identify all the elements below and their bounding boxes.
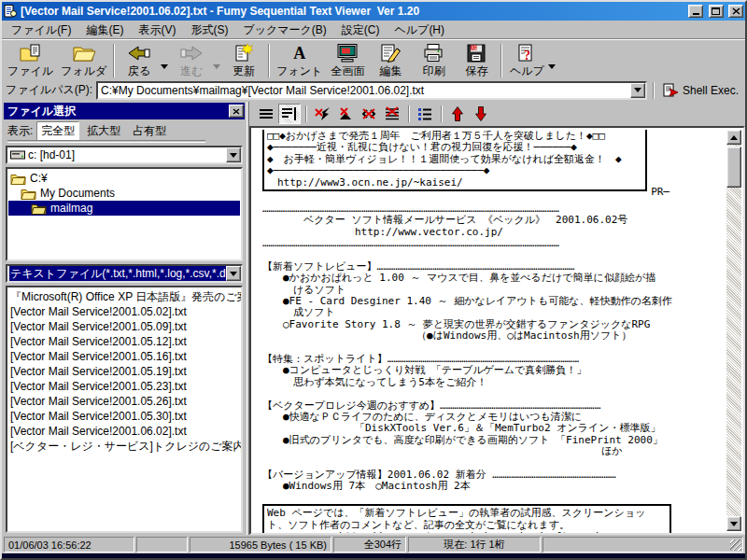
drive-dropdown-button[interactable] [226, 147, 241, 162]
bookmark-jump-icon[interactable] [311, 104, 333, 124]
file-list-item[interactable]: [Vector Mail Service!2001.06.02].txt [10, 424, 241, 439]
minimize-icon [693, 13, 699, 15]
menu-item[interactable]: 形式(S) [183, 21, 235, 40]
shell-exec-button[interactable]: Shell Exec. [660, 81, 741, 100]
line-number-list-icon[interactable] [414, 104, 436, 124]
file-list-item[interactable]: [Vector Mail Service!2001.05.19].txt [10, 364, 241, 379]
bookmark-all-clear-icon[interactable] [381, 104, 403, 124]
text-line: ほか [262, 446, 725, 457]
file-select-title: ファイル選択 [7, 104, 76, 119]
path-dropdown-button[interactable] [630, 83, 645, 98]
panel-close-button[interactable] [229, 105, 244, 118]
file-list-item[interactable]: [ベクター・レジ・サービス]トクレジのご案内.txt [10, 439, 241, 454]
maximize-button[interactable] [709, 5, 724, 18]
file-list-item[interactable]: 『Microsoft(R) Office XP 日本語版』発売のご案 [10, 289, 241, 304]
menu-item[interactable]: 表示(V) [131, 21, 183, 40]
toolbar-edit-button[interactable]: 編集 [369, 42, 412, 79]
folder-tree[interactable]: C:¥ My Documents mailmag [6, 167, 243, 261]
file-select-panel: ファイル選択 表示: 完全型 拡大型 占有型 c: [hd-01] C:¥ [2, 102, 247, 535]
menu-item[interactable]: 設定(C) [334, 21, 388, 40]
pr-label: PR─ [650, 187, 670, 198]
bottom-strip [2, 553, 745, 558]
pathbar-separator [653, 82, 655, 99]
file-list-item[interactable]: [Vector Mail Service!2001.05.02].txt [10, 304, 241, 319]
text-viewer[interactable]: □□◆おかげさまで発売１周年 ご利用者１万５千人を突破しました！◆□□◆────… [249, 126, 745, 535]
vertical-scrollbar[interactable] [726, 130, 741, 531]
toolbar-forward-button[interactable]: 進む [170, 42, 213, 79]
help-icon: ? [516, 43, 537, 63]
view-mode-full[interactable]: 完全型 [36, 121, 79, 141]
back-dropdown-arrow[interactable] [161, 64, 168, 73]
file-list-item[interactable]: [Vector Mail Service!2001.05.23].txt [10, 379, 241, 394]
text-line: ●かおかおぱれっと 1.00 ～ マウスで目、鼻を並べるだけで簡単に似顔絵が描 [262, 273, 725, 284]
close-icon [732, 7, 740, 15]
wrap-right-edge-icon[interactable] [278, 104, 301, 124]
forward-dropdown-arrow[interactable] [213, 64, 220, 73]
text-line: ◆───────近視・乱視に負けない！君の視力回復を応援！──────◆ [267, 142, 645, 153]
folder-row-my-documents[interactable]: My Documents [8, 186, 240, 201]
menu-item[interactable]: 編集(E) [78, 21, 131, 40]
next-bookmark-icon[interactable] [470, 104, 492, 124]
scroll-up-button[interactable] [726, 130, 741, 145]
view-mode-enlarged[interactable]: 拡大型 [82, 121, 125, 141]
file-filter-combo: テキストファイル(*.txt,*.html,*.log,*.csv,*.do [6, 264, 243, 283]
text-line: Web ページでは、「新着ソフトレビュー」の執筆者の試用感、スクリーンショッ [267, 508, 669, 519]
status-bar: 01/06/03 16:56:22 15965 Bytes ( 15 KB) 全… [2, 535, 745, 553]
bookmark-delete-icon[interactable] [334, 104, 357, 124]
status-total-lines: 全304行 [333, 537, 406, 553]
bookmark-clear-icon[interactable] [358, 104, 380, 124]
help-dropdown-arrow[interactable] [548, 64, 556, 73]
text-line: ●コンピュータとじっくり対戦 「テーブルゲームで真剣勝負！」 [262, 365, 725, 376]
text-line [262, 250, 725, 261]
text-line: けるソフト [262, 285, 725, 296]
filter-dropdown-button[interactable] [226, 266, 241, 281]
toolbar-separator [113, 44, 115, 77]
minimize-button[interactable] [688, 5, 703, 18]
text-line: 【バージョンアップ情報】2001.06.02 新着分 …………………………………… [262, 469, 725, 481]
toolbar-save-button[interactable]: AS 保存 [455, 42, 498, 79]
close-button[interactable] [728, 5, 743, 18]
prev-bookmark-icon[interactable] [446, 104, 469, 124]
folder-row-c-drive[interactable]: C:¥ [8, 171, 240, 186]
file-list-item[interactable]: [Vector Mail Service!2001.05.12].txt [10, 334, 241, 349]
view-mode-occupied[interactable]: 占有型 [128, 121, 171, 141]
file-list-item[interactable]: [Vector Mail Service!2001.05.26].txt [10, 394, 241, 409]
toolbar-file-button[interactable]: ファイル [4, 42, 57, 79]
text-line: 【特集：スポットライト】…………………………………………………………………………… [262, 354, 725, 365]
floppy-save-icon: AS [466, 43, 486, 63]
file-list-item[interactable]: [Vector Mail Service!2001.05.30].txt [10, 409, 241, 424]
menu-item[interactable]: ヘルプ(H) [388, 21, 453, 40]
window-title: [Vector Mail Service!2001.06.02].txt - F… [21, 5, 686, 18]
drive-value[interactable]: c: [hd-01] [28, 148, 226, 161]
resize-grip-icon[interactable] [730, 539, 741, 551]
toolbar-fullscreen-button[interactable]: 全画面 [326, 42, 369, 79]
text-line: …………………………………………………………………………………………………………… [262, 238, 725, 249]
file-filter-value[interactable]: テキストファイル(*.txt,*.html,*.log,*.csv,*.do [9, 266, 226, 282]
text-line [262, 388, 725, 399]
toolbar-folder-button[interactable]: フォルダ [57, 42, 110, 79]
toolbar-print-button[interactable]: 印刷 [412, 42, 455, 79]
menu-item[interactable]: ブックマーク(B) [235, 21, 333, 40]
file-list-item[interactable]: [Vector Mail Service!2001.05.09].txt [10, 319, 241, 334]
toolbar-font-button[interactable]: A フォント [273, 42, 326, 79]
file-select-caption: ファイル選択 [4, 103, 245, 119]
path-input[interactable] [98, 84, 630, 97]
path-combo [96, 81, 647, 100]
path-label: ファイルパス(P): [6, 82, 92, 98]
text-line: ト、ソフト作者のコメントなど、記事の全文がご覧になれます。 [267, 520, 669, 531]
menu-item[interactable]: ファイル(F) [4, 21, 78, 40]
svg-text:AS: AS [472, 45, 477, 49]
folder-icon [21, 188, 36, 200]
scroll-down-button[interactable] [726, 516, 741, 531]
toolbar-refresh-button[interactable]: 更新 [222, 42, 265, 79]
file-folder-icon [19, 43, 43, 63]
toolbar-file-label: ファイル [7, 63, 53, 79]
no-wrap-icon[interactable] [255, 104, 277, 124]
file-list-item[interactable]: [Vector Mail Service!2001.05.16].txt [10, 349, 241, 364]
scroll-thumb[interactable] [726, 147, 741, 188]
toolbar-back-button[interactable]: 戻る [118, 42, 161, 79]
file-list[interactable]: 『Microsoft(R) Office XP 日本語版』発売のご案[Vecto… [6, 286, 243, 533]
monitor-icon [336, 43, 359, 63]
folder-row-mailmag[interactable]: mailmag [8, 201, 240, 216]
toolbar-help-button[interactable]: ? ヘルプ [505, 42, 548, 79]
